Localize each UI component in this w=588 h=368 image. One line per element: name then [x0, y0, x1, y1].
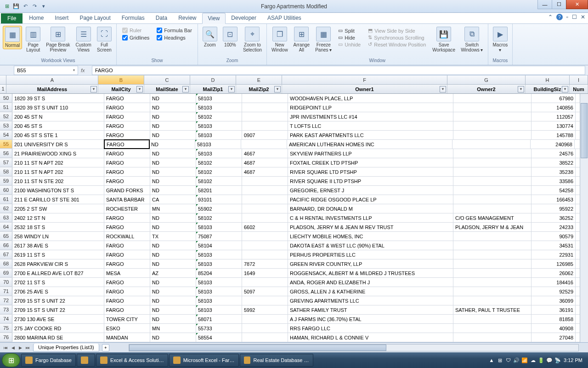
cell[interactable]: ND — [150, 149, 196, 158]
cell[interactable]: MESA — [104, 269, 150, 277]
cell[interactable]: FARGO — [104, 259, 150, 268]
cell[interactable]: FARGO — [104, 103, 150, 112]
cell[interactable]: 90579 — [531, 232, 576, 241]
cell[interactable]: RRS FARGO LLC — [288, 324, 453, 333]
cell[interactable]: 2709 15 ST S UNIT 22 — [12, 305, 104, 314]
cell[interactable]: 2730 130 AVE SE — [12, 315, 104, 323]
cell[interactable] — [242, 195, 288, 204]
cell[interactable]: 58103 — [196, 94, 242, 103]
cell[interactable]: 58103 — [196, 259, 242, 268]
filter-header-mailstate[interactable]: MailState▾ — [144, 85, 190, 93]
cell[interactable]: 67980 — [531, 94, 576, 103]
cell[interactable]: 1649 — [242, 269, 288, 277]
column-header-I[interactable]: I — [570, 75, 588, 84]
tray-icon-8[interactable]: 📡 — [554, 357, 561, 363]
taskbar-item-4[interactable]: Real Estate Database … — [240, 354, 313, 367]
cell[interactable]: FARGO — [104, 296, 150, 305]
cell[interactable]: AZ — [150, 269, 196, 277]
cell[interactable] — [453, 278, 531, 287]
cell[interactable]: GROSS, ALLEN J & KATHERINE — [288, 287, 453, 296]
cell[interactable]: 2700 E ALLRED AVE LOT B27 — [12, 269, 104, 277]
cell[interactable]: C/O GES MANAGEMENT — [453, 213, 531, 222]
cell[interactable]: 2617 38 AVE S — [12, 241, 104, 250]
cell[interactable] — [453, 112, 531, 121]
sheet-nav-1[interactable]: ◀ — [9, 344, 17, 351]
cell[interactable]: 2800 MARINA RD SE — [12, 333, 104, 342]
cell[interactable]: 58103 — [196, 287, 242, 296]
filter-header-owner1[interactable]: Owner1▾ — [282, 85, 447, 93]
cell[interactable]: ND — [150, 305, 196, 314]
cell[interactable]: 58102 — [196, 112, 242, 121]
cell[interactable]: FARGO — [104, 278, 150, 287]
column-header-E[interactable]: E — [236, 75, 282, 84]
cell[interactable]: 1820 39 ST S — [12, 94, 104, 103]
cell[interactable]: 58103 — [196, 131, 242, 139]
cell[interactable]: ND — [150, 121, 196, 130]
cell[interactable]: 58103 — [196, 296, 242, 305]
cell[interactable] — [242, 296, 288, 305]
filter-drop-icon[interactable]: ▾ — [440, 86, 446, 92]
filter-drop-icon[interactable]: ▾ — [562, 86, 568, 92]
column-header-A[interactable]: A — [6, 75, 98, 84]
zoom-100-button[interactable]: ⊡100% — [221, 26, 239, 48]
row-header-75[interactable]: 75 — [0, 324, 12, 333]
cell[interactable]: 93101 — [196, 195, 242, 204]
cell[interactable]: 210 11 ST N STE 202 — [12, 177, 104, 185]
cell[interactable] — [453, 315, 531, 323]
cell[interactable]: 21 PRAIRIEWOOD XING S — [12, 149, 104, 158]
tray-icon-5[interactable]: ☁ — [530, 357, 536, 363]
close-button[interactable]: ✕ — [566, 0, 588, 9]
cell[interactable] — [453, 287, 531, 296]
taskbar-item-2[interactable]: Excel & Access Soluti… — [96, 354, 168, 367]
arrange-all-button[interactable]: ⊞Arrange All — [292, 26, 312, 53]
cell[interactable]: PERHUS PROPERTIES LLC — [288, 250, 453, 259]
page-break-button[interactable]: ⊞Page Break Preview — [44, 26, 72, 53]
cell[interactable]: ND — [150, 250, 196, 259]
cell[interactable]: RIDGEPOINT LLP — [288, 103, 453, 112]
cell[interactable]: T LOFTS LLC — [288, 121, 453, 130]
cell[interactable] — [453, 232, 531, 241]
cell[interactable]: FARGO — [104, 177, 150, 185]
filter-drop-icon[interactable]: ▾ — [274, 86, 281, 92]
filter-header-buildingsiz[interactable]: BuildingSiz▾ — [526, 85, 570, 93]
switch-windows-button[interactable]: ⧉Switch Windows ▾ — [459, 26, 485, 53]
cell[interactable] — [242, 112, 288, 121]
cell[interactable]: ND — [150, 241, 196, 250]
cell[interactable]: 112057 — [531, 112, 576, 121]
maximize-button[interactable]: ☐ — [552, 0, 566, 9]
cell[interactable]: FARGO — [104, 167, 150, 176]
macros-button[interactable]: ▶Macros ▾ — [491, 26, 510, 53]
cell[interactable]: 1820 39 ST S UNIT 110 — [12, 103, 104, 112]
cell[interactable]: 58103 — [196, 223, 242, 231]
freeze-panes-button[interactable]: ▦Freeze Panes ▾ — [313, 26, 334, 53]
cell[interactable]: 126985 — [531, 259, 576, 268]
cell[interactable] — [453, 186, 531, 195]
cell[interactable]: 75087 — [196, 232, 242, 241]
horizontal-scrollbar[interactable] — [129, 344, 579, 351]
tab-view[interactable]: View — [202, 13, 226, 24]
row-header-60[interactable]: 60 — [0, 186, 12, 195]
minimize-button[interactable]: — — [537, 0, 552, 9]
custom-views-button[interactable]: ☰Custom Views — [74, 26, 93, 53]
row-header-76[interactable]: 76 — [0, 333, 12, 342]
sheet-nav-0[interactable]: ⏮ — [2, 344, 9, 351]
cell[interactable]: 58103 — [196, 121, 242, 130]
cell[interactable]: 166453 — [531, 195, 576, 204]
tab-insert[interactable]: Insert — [49, 13, 74, 23]
cell[interactable]: ROCKWALL — [104, 232, 150, 241]
filter-header-mailzip1[interactable]: MailZip1▾ — [190, 85, 236, 93]
cell[interactable]: 54258 — [531, 186, 576, 195]
cell[interactable]: FARGO — [104, 94, 150, 103]
cell[interactable]: 4667 — [242, 149, 288, 158]
normal-view-button[interactable]: ▦Normal — [3, 26, 22, 49]
cell[interactable]: FARGO — [104, 250, 150, 259]
cell[interactable]: 2619 11 ST S — [12, 250, 104, 259]
row-header-71[interactable]: 71 — [0, 287, 12, 296]
cell[interactable]: 2100 WASHINGTON ST S — [12, 186, 104, 195]
cell[interactable]: 200 45 ST S STE 1 — [12, 131, 104, 139]
cell[interactable]: A J FARMS INC (36.70%) ETAL — [288, 315, 453, 323]
minimize-ribbon-icon[interactable]: ⌃ — [548, 14, 553, 20]
tab-asap-utilities[interactable]: ASAP Utilities — [262, 13, 307, 23]
cell[interactable] — [453, 296, 531, 305]
cell[interactable]: BARNARD, DR DONALD M — [288, 204, 453, 213]
